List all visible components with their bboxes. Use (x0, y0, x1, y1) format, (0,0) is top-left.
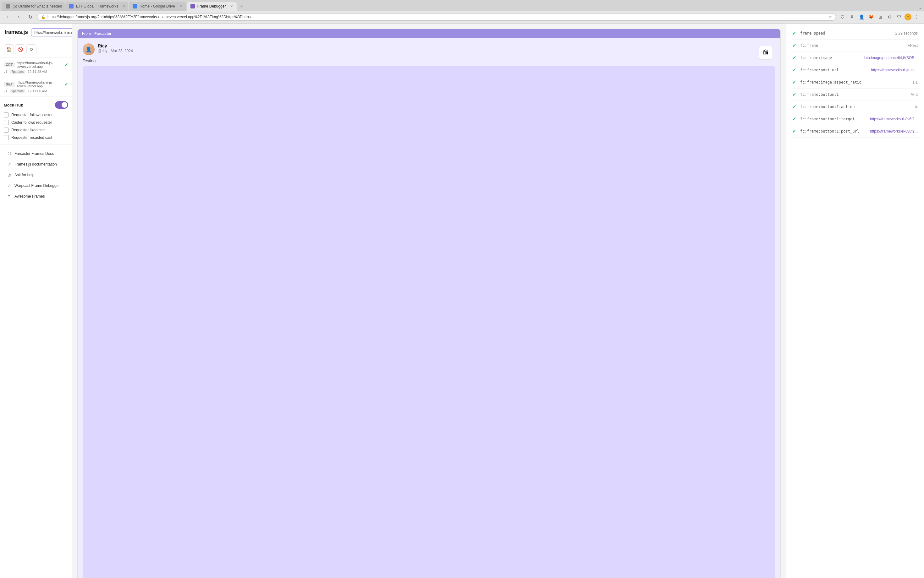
tab-close-ethglobal[interactable]: ✕ (122, 5, 125, 8)
help-icon: ◎ (6, 172, 12, 177)
address-input[interactable] (47, 15, 826, 19)
frame-user-info: Ricy @ricy · Mar 23, 2024 (98, 43, 775, 53)
lock-icon: 🔒 (41, 15, 46, 19)
farcaster-icon: ⬡ (6, 151, 12, 156)
tab-ethglobal[interactable]: ETHGlobal | Frameworks ✕ (65, 2, 128, 11)
frame-from-label: From (82, 31, 91, 36)
block-icon-btn[interactable]: 🚫 (15, 44, 25, 54)
frame-profile: 👤 Ricy @ricy · Mar 23, 2024 (83, 43, 775, 55)
checkbox-caster-follows-requester[interactable]: Caster follows requester (4, 120, 68, 125)
meta-key: fc:frame:button:1:post_url (800, 129, 866, 133)
meta-value: https://frameworks-ri-8v6f2... (870, 117, 918, 121)
meta-value: Mint (911, 93, 918, 97)
download-icon[interactable]: ⬇ (848, 13, 856, 21)
forward-button[interactable]: › (15, 13, 23, 21)
meta-row: ✔ fc:frame:button:1 Mint (791, 89, 919, 101)
checkbox-box-1 (4, 112, 9, 117)
link-label-help: Ask for help (15, 173, 34, 177)
history-item-1[interactable]: GET https://frameworks-ri-ja-seven.verce… (0, 58, 72, 77)
meta-key: fc:frame:image (800, 55, 859, 60)
tab-overflow-button[interactable]: ⌄ (918, 5, 922, 10)
history-params-1: ?params (10, 70, 25, 74)
checkbox-box-2 (4, 120, 9, 125)
meta-value: data:image/png;base64,iVBOR... (863, 55, 918, 60)
tab-close-google[interactable]: ✕ (179, 5, 182, 8)
farcaster-frame: From Farcaster 👤 Ricy @ricy (78, 29, 780, 578)
checkbox-box-4 (4, 135, 9, 140)
meta-row: ✔ fc:frame:button:1:target https://frame… (791, 113, 919, 125)
link-warpcast-debugger[interactable]: ◇ Warpcast Frame Debugger (3, 180, 70, 191)
meta-row: ✔ fc:frame:button:1:post_url https://fra… (791, 125, 919, 138)
app-header: frames.js Debug Impersonating fid 6731 S… (0, 24, 72, 41)
meta-value: https://frameworks-ri-ja-se... (871, 68, 918, 72)
tab-close-debugger[interactable]: ✕ (230, 5, 233, 8)
meta-row: ✔ fc:frame vNext (791, 40, 919, 52)
meta-row: ✔ fc:frame:image:aspect_ratio 1:1 (791, 76, 919, 89)
tab-label-debugger: Frame Debugger (197, 4, 226, 8)
meta-row: ✔ fc:frame:button:1:action tx (791, 101, 919, 113)
tab-favicon-google (133, 4, 137, 8)
mock-hub-toggle[interactable] (55, 101, 68, 109)
meta-key: fc:frame:post_url (800, 68, 867, 72)
address-bar[interactable]: 🔒 ☆ (37, 13, 836, 21)
link-farcaster-docs[interactable]: ⬡ Farcaster Frames Docs (3, 148, 70, 159)
refresh-icon-btn[interactable]: ↺ (26, 44, 36, 54)
external-link-icon-1: ↗ (6, 162, 12, 167)
meta-check-icon: ✔ (792, 116, 796, 122)
tab-debugger[interactable]: Frame Debugger ✕ (187, 2, 237, 11)
meta-check-icon: ✔ (792, 92, 796, 97)
checkbox-requester-follows-caster[interactable]: Requester follows caster (4, 112, 68, 117)
meta-check-icon: ✔ (792, 31, 796, 36)
sidebar: frames.js Debug Impersonating fid 6731 S… (0, 24, 72, 578)
home-icon-btn[interactable]: 🏠 (4, 44, 14, 54)
reload-button[interactable]: ↻ (26, 13, 34, 21)
checkbox-requester-liked-cast[interactable]: Requester liked cast (4, 128, 68, 133)
app-layout: frames.js Debug Impersonating fid 6731 S… (0, 24, 924, 578)
check-icon-1: ✔ (64, 62, 68, 67)
mock-hub-title: Mock Hub (4, 103, 23, 107)
link-awesome-frames[interactable]: ≡ Awesome Frames (3, 191, 70, 201)
tab-favicon-debugger (190, 4, 195, 8)
frame-post-text: Testing (83, 58, 775, 63)
meta-column: ✔ frame speed 2.29 seconds ✔ fc:frame vN… (786, 24, 924, 578)
checkbox-list: Requester follows caster Caster follows … (4, 112, 68, 140)
link-label-farcaster: Farcaster Frames Docs (15, 151, 54, 156)
fox-icon[interactable]: 🦊 (867, 13, 875, 21)
tab-google[interactable]: Home - Google Drive ✕ (129, 2, 186, 11)
link-framesjs-docs[interactable]: ↗ Frames.js documentation (3, 159, 70, 169)
link-ask-help[interactable]: ◎ Ask for help (3, 170, 70, 180)
method-badge-1: GET (4, 62, 15, 67)
history-item-2[interactable]: GET https://frameworks-ri-ja-seven.verce… (0, 77, 72, 97)
back-button[interactable]: ‹ (3, 13, 12, 21)
meta-check-icon: ✔ (792, 67, 796, 73)
checkbox-box-3 (4, 128, 9, 133)
profile-icon[interactable]: 👤 (857, 13, 865, 21)
link-label-awesome: Awesome Frames (15, 194, 45, 198)
tab-label-outline: (5) Outline for what is needed (13, 4, 62, 8)
grid-icon[interactable]: ⊞ (876, 13, 884, 21)
new-tab-button[interactable]: + (237, 2, 246, 11)
menu-icon[interactable]: ⋮ (913, 13, 921, 21)
meta-check-icon: ✔ (792, 104, 796, 110)
meta-key: fc:frame:button:1:target (800, 117, 866, 121)
user-avatar[interactable]: 😊 (904, 13, 911, 20)
meta-row: ✔ frame speed 2.29 seconds (791, 27, 919, 40)
meta-key: fc:frame (800, 43, 904, 48)
tab-bar: (5) Outline for what is needed ✕ ETHGlob… (0, 0, 924, 11)
checkbox-label-3: Requester liked cast (11, 128, 46, 132)
checkbox-requester-recasted[interactable]: Requester recasted cast (4, 135, 68, 140)
frame-relative: 👤 Ricy @ricy · Mar 23, 2024 🏛 (83, 43, 775, 578)
diamond-icon: ◇ (6, 183, 12, 188)
content-area: From Farcaster 👤 Ricy @ricy (72, 24, 924, 578)
tab-outline[interactable]: (5) Outline for what is needed ✕ (2, 2, 65, 11)
frame-handle: @ricy (98, 49, 107, 53)
checkbox-label-4: Requester recasted cast (11, 135, 52, 140)
frame-card: From Farcaster 👤 Ricy @ricy (77, 29, 781, 578)
links-section: ⬡ Farcaster Frames Docs ↗ Frames.js docu… (0, 145, 72, 578)
history-url-2: https://frameworks-ri-ja-seven.vercel.ap… (17, 80, 63, 88)
mock-hub-header: Mock Hub (4, 101, 68, 109)
settings-icon[interactable]: ⚙ (886, 13, 894, 21)
frame-avatar: 👤 (83, 43, 94, 55)
shield2-icon[interactable]: 🛡 (895, 13, 903, 21)
shield-icon[interactable]: 🛡 (838, 13, 847, 21)
